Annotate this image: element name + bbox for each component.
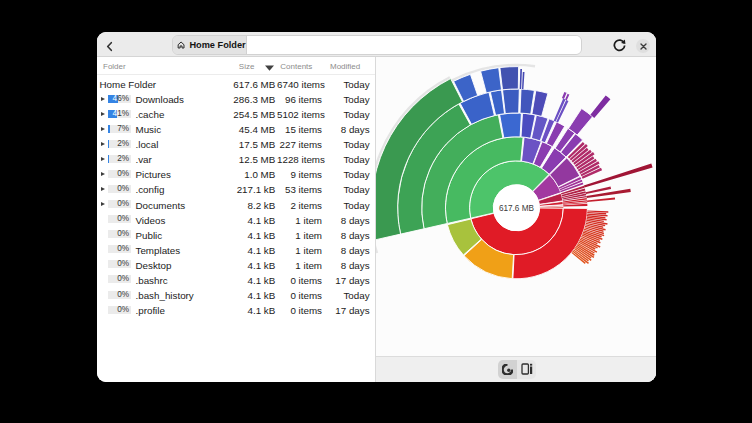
svg-text:617.6 MB: 617.6 MB [499,204,535,213]
